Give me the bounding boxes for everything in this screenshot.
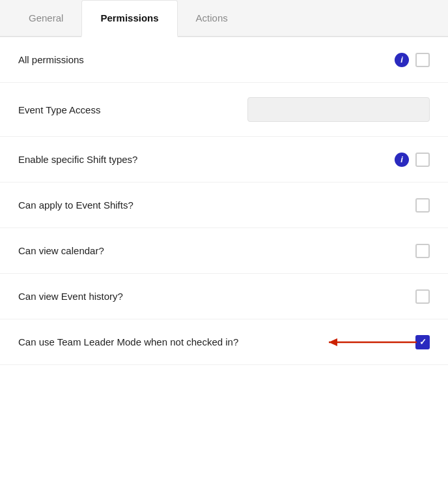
- all-permissions-info-icon[interactable]: i: [395, 53, 409, 67]
- view-event-history-label: Can view Event history?: [18, 289, 415, 303]
- view-event-history-checkbox[interactable]: [415, 289, 430, 304]
- event-type-access-control: [247, 97, 430, 122]
- enable-shift-types-checkbox[interactable]: [415, 153, 430, 167]
- enable-shift-types-info-icon[interactable]: i: [395, 153, 409, 167]
- row-all-permissions: All permissions i: [0, 37, 448, 83]
- view-calendar-control: [415, 244, 430, 258]
- tab-actions[interactable]: Actions: [178, 0, 246, 37]
- tab-general[interactable]: General: [10, 0, 81, 37]
- apply-event-shifts-label: Can apply to Event Shifts?: [18, 198, 415, 212]
- row-view-calendar: Can view calendar?: [0, 228, 448, 274]
- main-container: General Permissions Actions All permissi…: [0, 0, 448, 485]
- tab-bar: General Permissions Actions: [0, 0, 448, 37]
- all-permissions-checkbox[interactable]: [415, 53, 430, 67]
- row-event-type-access: Event Type Access: [0, 83, 448, 137]
- all-permissions-label: All permissions: [18, 53, 395, 66]
- enable-shift-types-control: i: [395, 153, 430, 167]
- row-apply-event-shifts: Can apply to Event Shifts?: [0, 183, 448, 228]
- apply-event-shifts-checkbox[interactable]: [415, 198, 430, 213]
- enable-shift-types-label: Enable specific Shift types?: [18, 153, 395, 166]
- row-view-event-history: Can view Event history?: [0, 274, 448, 319]
- view-calendar-checkbox[interactable]: [415, 244, 430, 258]
- row-enable-shift-types: Enable specific Shift types? i: [0, 137, 448, 183]
- event-type-access-label: Event Type Access: [18, 103, 247, 117]
- view-event-history-control: [415, 289, 430, 304]
- team-leader-mode-label: Can use Team Leader Mode when not checke…: [18, 335, 415, 349]
- team-leader-mode-control: [415, 335, 430, 349]
- row-team-leader-mode: Can use Team Leader Mode when not checke…: [0, 319, 448, 365]
- team-leader-mode-checkbox[interactable]: [415, 335, 430, 349]
- permissions-content: All permissions i Event Type Access Enab…: [0, 37, 448, 365]
- event-type-access-input[interactable]: [247, 97, 430, 122]
- view-calendar-label: Can view calendar?: [18, 244, 415, 257]
- apply-event-shifts-control: [415, 198, 430, 213]
- all-permissions-control: i: [395, 53, 430, 67]
- tab-permissions[interactable]: Permissions: [81, 0, 177, 37]
